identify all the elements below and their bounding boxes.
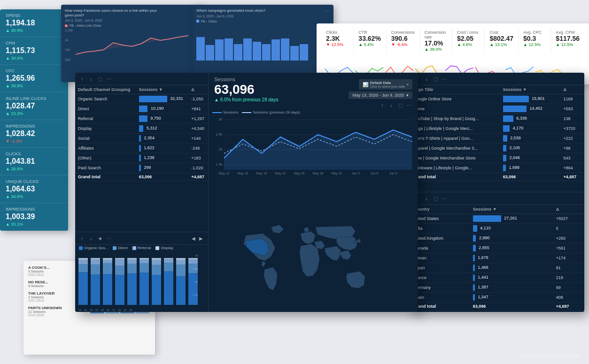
table-row[interactable]: Apparel | Google Merchandise S... 2,105 … [411, 144, 584, 153]
top-metric-col: Conversion rate 17.0% ▲ 38.0% [420, 28, 452, 53]
bar-up-icon[interactable]: ↑ [79, 235, 85, 242]
metric-change: ▲ 39.8% [6, 83, 62, 88]
chart-screenshot-icon[interactable]: ⬚ [397, 102, 403, 108]
country-sessions: 1,347 [470, 293, 553, 303]
page-name: Home [411, 104, 500, 114]
bar-right-icon[interactable]: ▶ [198, 235, 204, 242]
channel-table: Default Channel Grouping Sessions ▼ Δ Or… [75, 85, 208, 181]
svg-text:Jun 3: Jun 3 [351, 172, 359, 175]
table-row[interactable]: France 1,441 219 [411, 273, 584, 283]
table-row[interactable]: YouTube | Shop by Brand | Goog... 6,338 … [411, 114, 584, 124]
page-col-sessions[interactable]: Sessions ▼ [500, 85, 561, 94]
metric-label: Impressions [6, 124, 62, 129]
page-sessions: 1,688 [500, 163, 561, 173]
table-row[interactable]: Spain 1,347 408 [411, 293, 584, 303]
metric-label: Inline link clicks [6, 96, 62, 101]
table-row[interactable]: Social 2,354 +144 [75, 134, 208, 144]
table-row[interactable]: Men's T-Shirts | Apparel | Goo... 2,539 … [411, 134, 584, 144]
metric-change: ▲ 26.6% [6, 167, 62, 171]
chart-down-icon[interactable]: ↓ [388, 102, 395, 108]
table-row[interactable]: Germany 1,387 69 [411, 283, 584, 293]
page-table-controls: ↑ ↓ ⬚ ⋯ [411, 73, 584, 85]
table-row[interactable]: New | Google Merchandise Store 2,046 543 [411, 153, 584, 163]
metric-value: 1,003.39 [6, 212, 62, 221]
page-down-icon[interactable]: ↓ [423, 76, 430, 82]
table-row[interactable]: Display 5,312 +4,540 [75, 124, 208, 134]
country-sessions: 1,466 [470, 263, 553, 273]
svg-rect-11 [300, 44, 308, 61]
bar-more-icon[interactable]: ⋯ [106, 235, 112, 242]
table-row[interactable]: Drinkware | Lifestyle | Google... 1,688 … [411, 163, 584, 173]
svg-rect-13 [78, 264, 88, 272]
metric-label: CPC [6, 68, 62, 73]
data-source-sub: Click to select your data [370, 85, 405, 88]
svg-marker-74 [224, 130, 412, 170]
table-row[interactable]: Paid Search 299 -1,020 [75, 163, 208, 173]
screenshot-icon[interactable]: ⬚ [97, 76, 103, 82]
top-metric-change: ▲ 4.6% [457, 42, 480, 47]
top-metric-change: ▼ 12.5% [326, 42, 349, 47]
svg-rect-20 [103, 274, 112, 305]
table-row[interactable]: United States 27,261 +5027 [411, 214, 584, 224]
table-row[interactable]: India 4,110 5 [411, 224, 584, 234]
svg-text:1.5K: 1.5K [192, 294, 198, 296]
country-down-icon[interactable]: ↓ [423, 195, 430, 202]
grand-total-sessions: 63,096 [500, 173, 561, 181]
sessions-line-chart-container: Sessions Sessions (previous 28 days) 3K … [209, 110, 418, 218]
svg-text:3K: 3K [194, 254, 198, 257]
top-left-chart-date: Jun 3, 2020 - Jun 9, 2020 [65, 19, 159, 22]
country-screenshot-icon[interactable]: ⬚ [432, 195, 439, 202]
grand-total-sessions: 63,096 [136, 173, 188, 181]
country-col-sessions[interactable]: Sessions ▼ [470, 205, 553, 214]
grand-total-row: Grand total63,096+4,687 [411, 303, 584, 311]
top-metric-name: Avg. CPC [523, 30, 546, 35]
table-row[interactable]: Referral 9,750 +1,297 [75, 114, 208, 124]
table-row[interactable]: Japan 1,466 81 [411, 263, 584, 273]
table-row[interactable]: Google Online Store 15,801 1169 [411, 94, 584, 104]
metric-label: CPM [6, 41, 62, 46]
table-row[interactable]: (Other) 1,238 +183 [75, 153, 208, 163]
chart-up-icon[interactable]: ↑ [379, 102, 386, 108]
up-icon[interactable]: ↑ [79, 76, 85, 82]
bar-down-icon[interactable]: ↓ [88, 235, 94, 242]
page-name: YouTube | Shop by Brand | Goog... [411, 114, 500, 124]
country-more-icon[interactable]: ⋯ [441, 195, 448, 202]
table-row[interactable]: Canada 2,855 +561 [411, 243, 584, 253]
svg-rect-12 [78, 272, 88, 305]
svg-rect-32 [140, 273, 149, 305]
col-sessions[interactable]: Sessions ▼ [136, 85, 188, 94]
country-table-controls: ↑ ↓ ⬚ ⋯ [411, 192, 584, 205]
svg-rect-33 [140, 263, 149, 273]
country-name: Germany [411, 283, 470, 293]
date-range-selector[interactable]: May 13, 2020 - Jun 9, 2020 ▾ [349, 91, 412, 99]
svg-text:May 25: May 25 [294, 172, 305, 175]
table-row[interactable]: Organic Search 32,331 -1,050 [75, 94, 208, 104]
table-row[interactable]: Home 14,452 +593 [411, 104, 584, 114]
page-more-icon[interactable]: ⋯ [441, 76, 448, 82]
metric-item: Impressions 1,028.42 ▼ -1.3% [0, 120, 68, 148]
bar-left-icon[interactable]: ◀ [190, 235, 197, 242]
svg-text:May 16: May 16 [238, 172, 248, 175]
top-metric-name: CTR [358, 30, 381, 35]
bar-star-icon[interactable]: ★ [97, 235, 103, 242]
country-delta: +174 [553, 253, 584, 263]
table-row[interactable]: Bags | Lifestyle | Google Merc... 4,170 … [411, 124, 584, 134]
chart-more-icon[interactable]: ⋯ [406, 102, 412, 108]
table-row[interactable]: United Kingdom 2,880 +260 [411, 234, 584, 243]
svg-rect-23 [103, 258, 112, 260]
down-icon[interactable]: ↓ [88, 76, 94, 82]
page-delta: +96 [560, 144, 584, 153]
world-map-svg [212, 223, 414, 307]
top-center-chart-more[interactable]: ⋯ [325, 8, 330, 14]
country-sessions: 2,880 [470, 234, 553, 243]
page-screenshot-icon[interactable]: ⬚ [432, 76, 439, 82]
top-metric-change: ▲ 12.5% [556, 42, 580, 47]
table-row[interactable]: Taiwan 1,676 +174 [411, 253, 584, 263]
more-options-icon[interactable]: ⋯ [106, 76, 112, 82]
channel-name: Display [75, 124, 136, 134]
table-row[interactable]: Direct 10,190 +841 [75, 104, 208, 114]
table-row[interactable]: Affiliates 1,622 -248 [75, 144, 208, 153]
data-source-btn[interactable]: 📊 Default Data Click to select your data… [359, 79, 412, 90]
legend-item: Direct [113, 246, 128, 250]
svg-text:May 22: May 22 [275, 172, 286, 175]
